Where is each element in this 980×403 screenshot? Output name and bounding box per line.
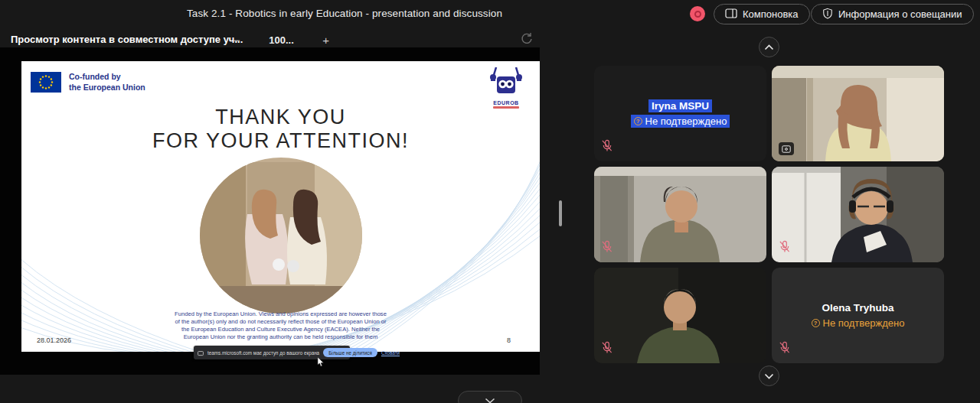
meeting-title: Task 2.1 - Robotics in early Education -… — [0, 0, 689, 26]
disclaimer-line2: of the author(s) only and do not necessa… — [21, 318, 540, 326]
meeting-info-label: Информация о совещании — [838, 8, 962, 20]
unverified-warning-icon: ? — [634, 117, 642, 125]
slide-title: THANK YOU FOR YOUR ATTENTION! — [21, 106, 540, 153]
funding-disclaimer: Funded by the European Union. Views and … — [21, 310, 540, 341]
mouse-cursor-icon — [317, 356, 325, 370]
meeting-window: Task 2.1 - Robotics in early Education -… — [0, 0, 980, 403]
slide-page-number: 8 — [507, 336, 511, 344]
scroll-participants-down-button[interactable] — [759, 366, 779, 386]
eu-flag-icon — [31, 72, 61, 93]
participant-status: ? Не подтверждено — [808, 317, 908, 330]
chevron-down-icon — [764, 370, 774, 382]
layout-button-label: Компоновка — [743, 8, 799, 20]
participant-tile-video-1[interactable] — [772, 66, 944, 161]
scroll-participants-up-button[interactable] — [759, 37, 779, 57]
zoom-level[interactable]: 100... — [269, 34, 294, 46]
participant-tile-olena[interactable]: Olena Tryhuba ? Не подтверждено — [772, 268, 944, 363]
participant-video — [594, 268, 766, 363]
unverified-warning-icon: ? — [812, 319, 820, 327]
participant-tile-video-2[interactable] — [594, 167, 766, 262]
chevron-up-icon — [764, 41, 774, 53]
browser-share-banner: teams.microsoft.com має доступ до вашого… — [194, 346, 350, 359]
participant-status-label: Не подтверждено — [823, 317, 905, 329]
participant-video — [594, 167, 766, 262]
screen-share-icon — [198, 346, 204, 359]
mic-muted-icon — [601, 240, 612, 256]
presentation-slide: Co-funded by the European Union EDUROB — [21, 61, 540, 352]
panel-resize-handle[interactable] — [559, 200, 562, 226]
mic-muted-icon — [779, 341, 790, 357]
zoom-in-button[interactable]: + — [322, 34, 329, 47]
participants-grid: Iryna MSPU ? Не подтверждено — [594, 66, 944, 363]
slide-date: 28.01.2026 — [37, 336, 71, 344]
participant-video — [772, 167, 944, 262]
eu-label-line1: Co-funded by — [69, 72, 145, 83]
participant-name: Olena Tryhuba — [819, 301, 897, 314]
camera-badge — [779, 142, 794, 155]
disclaimer-line3: the European Education and Culture Execu… — [21, 326, 540, 333]
slide-photo — [200, 158, 362, 314]
stop-sharing-button[interactable]: Більше не ділитися — [323, 348, 377, 357]
layout-icon — [725, 8, 737, 21]
participant-status-label: Не подтверждено — [645, 115, 727, 127]
share-banner-message: teams.microsoft.com має доступ до вашого… — [207, 350, 319, 356]
participant-name: Iryna MSPU — [648, 99, 712, 112]
layout-button[interactable]: Компоновка — [714, 4, 810, 24]
edurob-robot-icon — [486, 66, 526, 96]
show-controls-button[interactable] — [458, 391, 522, 403]
shield-icon — [822, 8, 833, 21]
shared-content-title: Просмотр контента в совместном доступе у… — [11, 34, 243, 45]
mic-muted-icon — [779, 240, 790, 256]
recording-indicator-icon — [690, 6, 705, 21]
refresh-icon[interactable] — [519, 31, 534, 47]
disclaimer-line4: European Union nor the granting authorit… — [21, 333, 540, 341]
mic-muted-icon — [601, 341, 612, 357]
eu-cofunded-logo: Co-funded by the European Union — [31, 72, 145, 93]
edurob-logo-text: EDUROB — [485, 100, 528, 106]
participant-tile-video-4[interactable] — [594, 268, 766, 363]
slide-title-line2: FOR YOUR ATTENTION! — [21, 129, 540, 153]
edurob-logo: EDUROB — [485, 66, 528, 109]
meeting-info-button[interactable]: Информация о совещании — [811, 4, 974, 24]
participant-status: ? Не подтверждено — [631, 115, 730, 128]
participant-tile-video-3[interactable] — [772, 167, 944, 262]
hide-banner-button[interactable]: Сховати — [381, 350, 400, 356]
disclaimer-line1: Funded by the European Union. Views and … — [21, 310, 540, 318]
chevron-down-icon — [485, 395, 495, 403]
shared-screen-stage: Co-funded by the European Union EDUROB — [0, 47, 540, 375]
eu-label-line2: the European Union — [69, 83, 145, 93]
mic-muted-icon — [601, 139, 612, 155]
participant-video — [772, 66, 944, 161]
zoom-out-button[interactable]: − — [234, 34, 240, 47]
participant-tile-iryna[interactable]: Iryna MSPU ? Не подтверждено — [594, 66, 766, 161]
slide-title-line1: THANK YOU — [21, 106, 540, 129]
